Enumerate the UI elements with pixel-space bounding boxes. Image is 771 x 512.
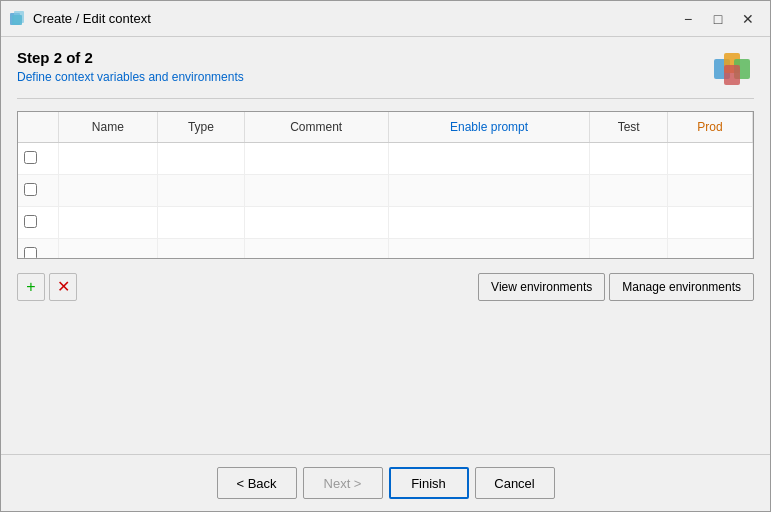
window-icon xyxy=(9,10,27,28)
row2-enable[interactable] xyxy=(388,175,590,207)
svg-rect-2 xyxy=(12,15,22,25)
delete-icon: ✕ xyxy=(57,277,70,296)
row2-checkbox[interactable] xyxy=(18,175,58,207)
row1-test[interactable] xyxy=(590,143,668,175)
row4-comment[interactable] xyxy=(244,239,388,259)
row2-test[interactable] xyxy=(590,175,668,207)
row1-enable[interactable] xyxy=(388,143,590,175)
delete-row-button[interactable]: ✕ xyxy=(49,273,77,301)
table-row xyxy=(18,239,753,259)
header-divider xyxy=(17,98,754,99)
col-header-checkbox xyxy=(18,112,58,143)
back-button[interactable]: < Back xyxy=(217,467,297,499)
content-area: Step 2 of 2 Define context variables and… xyxy=(1,37,770,455)
row4-name[interactable] xyxy=(58,239,158,259)
row1-checkbox[interactable] xyxy=(18,143,58,175)
row3-checkbox[interactable] xyxy=(18,207,58,239)
close-button[interactable]: ✕ xyxy=(734,7,762,31)
row3-name[interactable] xyxy=(58,207,158,239)
add-row-button[interactable]: + xyxy=(17,273,45,301)
col-header-enable-prompt: Enable prompt xyxy=(388,112,590,143)
row1-name[interactable] xyxy=(58,143,158,175)
manage-environments-button[interactable]: Manage environments xyxy=(609,273,754,301)
minimize-button[interactable]: − xyxy=(674,7,702,31)
table-row xyxy=(18,207,753,239)
window-controls: − □ ✕ xyxy=(674,7,762,31)
cancel-button[interactable]: Cancel xyxy=(475,467,555,499)
col-header-prod: Prod xyxy=(667,112,752,143)
table-header-row: Name Type Comment Enable prompt Test Pro… xyxy=(18,112,753,143)
table-row xyxy=(18,175,753,207)
row4-type[interactable] xyxy=(158,239,244,259)
logo-graphic xyxy=(712,45,754,90)
row2-comment[interactable] xyxy=(244,175,388,207)
row2-name[interactable] xyxy=(58,175,158,207)
row3-test[interactable] xyxy=(590,207,668,239)
row3-enable[interactable] xyxy=(388,207,590,239)
variables-table-container: Name Type Comment Enable prompt Test Pro… xyxy=(17,111,754,259)
environment-buttons: View environments Manage environments xyxy=(478,273,754,301)
row4-checkbox[interactable] xyxy=(18,239,58,259)
row3-comment[interactable] xyxy=(244,207,388,239)
col-header-comment: Comment xyxy=(244,112,388,143)
row3-prod[interactable] xyxy=(667,207,752,239)
table-row xyxy=(18,143,753,175)
view-environments-button[interactable]: View environments xyxy=(478,273,605,301)
col-header-name: Name xyxy=(58,112,158,143)
row1-prod[interactable] xyxy=(667,143,752,175)
row1-comment[interactable] xyxy=(244,143,388,175)
row2-type[interactable] xyxy=(158,175,244,207)
col-header-test: Test xyxy=(590,112,668,143)
row4-enable[interactable] xyxy=(388,239,590,259)
finish-button[interactable]: Finish xyxy=(389,467,469,499)
plus-icon: + xyxy=(26,278,35,296)
col-header-type: Type xyxy=(158,112,244,143)
variables-table: Name Type Comment Enable prompt Test Pro… xyxy=(18,112,753,259)
window-title: Create / Edit context xyxy=(33,11,674,26)
maximize-button[interactable]: □ xyxy=(704,7,732,31)
row2-prod[interactable] xyxy=(667,175,752,207)
step-header: Step 2 of 2 Define context variables and… xyxy=(17,49,754,94)
step-subtitle: Define context variables and environment… xyxy=(17,70,244,84)
row4-prod[interactable] xyxy=(667,239,752,259)
step-title: Step 2 of 2 xyxy=(17,49,244,66)
svg-rect-6 xyxy=(724,65,740,85)
table-toolbar: + ✕ View environments Manage environment… xyxy=(17,269,754,309)
spacer xyxy=(17,309,754,455)
row3-type[interactable] xyxy=(158,207,244,239)
row4-test[interactable] xyxy=(590,239,668,259)
row1-type[interactable] xyxy=(158,143,244,175)
next-button[interactable]: Next > xyxy=(303,467,383,499)
footer: < Back Next > Finish Cancel xyxy=(1,455,770,511)
title-bar: Create / Edit context − □ ✕ xyxy=(1,1,770,37)
main-window: Create / Edit context − □ ✕ Step 2 of 2 … xyxy=(0,0,771,512)
